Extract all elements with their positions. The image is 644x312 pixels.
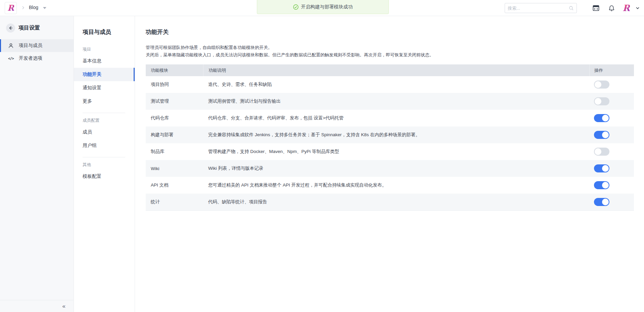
column-header: 功能说明: [203, 64, 589, 76]
nav-item[interactable]: 通知设置: [74, 81, 135, 95]
project-dropdown-caret-icon[interactable]: [43, 7, 46, 9]
feature-module-name: 构建与部署: [146, 132, 203, 138]
feature-module-name: 测试管理: [146, 98, 203, 104]
workbench-icon[interactable]: [592, 4, 600, 12]
feature-row: 制品库管理构建产物，支持 Docker、Maven、Npm、PyPi 等制品库类…: [146, 143, 634, 160]
feature-toggle[interactable]: [594, 181, 609, 189]
description-line: 关闭后，菜单将隐藏功能模块入口，成员无法访问该模块和数据。但已产生的数据或已配置…: [146, 51, 634, 59]
feature-row: 项目协同迭代、史诗、需求、任务和缺陷: [146, 76, 634, 93]
feature-description: 您可通过精美的 API 文档来推动整个 API 开发过程，并可配合持续集成实现自…: [203, 182, 589, 188]
nav-item[interactable]: 更多: [74, 95, 135, 108]
feature-module-name: 项目协同: [146, 82, 203, 88]
feature-module-name: 统计: [146, 199, 203, 205]
user-menu-chevron-icon[interactable]: [633, 4, 642, 12]
notifications-bell-icon[interactable]: [607, 4, 616, 12]
feature-toggle[interactable]: [594, 97, 609, 105]
feature-row: 代码仓库代码仓库、分支、合并请求、代码评审、发布，包括 设置>代码托管: [146, 110, 634, 126]
nav-section-label: 其他: [74, 157, 135, 170]
global-search[interactable]: [505, 3, 577, 13]
settings-nav-panel: 项目与成员 项目基本信息功能开关通知设置更多成员配置成员用户组其他模板配置: [74, 16, 135, 312]
feature-row: API 文档您可通过精美的 API 文档来推动整个 API 开发过程，并可配合持…: [146, 177, 634, 194]
top-bar: R Blog 开启构建与部署模块成功 R: [0, 0, 644, 16]
toggle-knob: [595, 81, 601, 88]
user-avatar[interactable]: R: [621, 4, 631, 12]
toggle-knob: [595, 148, 601, 155]
feature-row: 测试管理测试用例管理、测试计划与报告输出: [146, 93, 634, 110]
toast-message: 开启构建与部署模块成功: [301, 4, 353, 10]
sidebar-item-project-members[interactable]: 项目与成员: [0, 39, 74, 52]
back-button[interactable]: [6, 23, 15, 33]
feature-module-name: Wiki: [146, 166, 203, 171]
page-description: 管理员可根据团队协作场景，自由组织和配置各功能模块的开关。关闭后，菜单将隐藏功能…: [146, 44, 634, 59]
nav-item[interactable]: 基本信息: [74, 54, 135, 68]
sidebar-item-label: 开发者选项: [19, 55, 42, 61]
nav-item[interactable]: 用户组: [74, 139, 135, 152]
app-logo[interactable]: R: [5, 2, 17, 14]
nav-section-label: 成员配置: [74, 113, 135, 125]
sidebar-item-label: 项目与成员: [19, 43, 42, 49]
feature-actions-cell: [589, 164, 634, 172]
feature-actions-cell: [589, 148, 634, 156]
sidebar-footer: «: [0, 300, 74, 312]
feature-description: Wiki 列表，详情与版本记录: [203, 165, 589, 171]
toggle-knob: [602, 182, 609, 189]
toggle-knob: [602, 199, 609, 205]
sidebar-title: 项目设置: [18, 24, 40, 32]
page-title: 功能开关: [146, 28, 634, 36]
feature-module-name: 代码仓库: [146, 115, 203, 121]
nav-section-label: 项目: [74, 42, 135, 54]
column-header: 操作: [589, 64, 634, 76]
toggle-knob: [602, 115, 609, 121]
feature-description: 完全兼容持续集成软件 Jenkins，支持多任务并发；基于 Spinnaker，…: [203, 132, 589, 138]
feature-toggle[interactable]: [594, 114, 609, 122]
feature-switch-page: 功能开关 管理员可根据团队协作场景，自由组织和配置各功能模块的开关。关闭后，菜单…: [135, 16, 644, 312]
feature-row: 构建与部署完全兼容持续集成软件 Jenkins，支持多任务并发；基于 Spinn…: [146, 126, 634, 143]
logo-letter: R: [7, 4, 14, 12]
feature-description: 迭代、史诗、需求、任务和缺陷: [203, 82, 589, 88]
search-input[interactable]: [508, 6, 569, 11]
settings-nav-title: 项目与成员: [74, 16, 135, 42]
feature-toggle[interactable]: [594, 81, 609, 89]
toggle-knob: [602, 132, 609, 138]
feature-toggle[interactable]: [594, 198, 609, 206]
person-icon: [8, 43, 14, 49]
feature-actions-cell: [589, 114, 634, 122]
feature-table-header: 功能模块功能说明操作: [146, 64, 634, 76]
feature-description: 管理构建产物，支持 Docker、Maven、Npm、PyPi 等制品库类型: [203, 149, 589, 155]
success-toast: 开启构建与部署模块成功: [257, 0, 389, 14]
code-icon: </>: [8, 56, 14, 61]
avatar-letter: R: [623, 4, 630, 12]
feature-table: 功能模块功能说明操作 项目协同迭代、史诗、需求、任务和缺陷测试管理测试用例管理、…: [146, 64, 634, 211]
feature-toggle[interactable]: [594, 148, 609, 156]
feature-toggle[interactable]: [594, 164, 609, 172]
breadcrumb-project[interactable]: Blog: [29, 5, 38, 10]
feature-actions-cell: [589, 131, 634, 139]
feature-actions-cell: [589, 198, 634, 206]
success-check-icon: [293, 4, 298, 10]
feature-actions-cell: [589, 181, 634, 189]
feature-description: 测试用例管理、测试计划与报告输出: [203, 98, 589, 104]
description-line: 管理员可根据团队协作场景，自由组织和配置各功能模块的开关。: [146, 44, 634, 51]
sidebar-item-developer-options[interactable]: </>开发者选项: [0, 52, 74, 65]
feature-row: 统计代码、缺陷等统计、项目报告: [146, 194, 634, 210]
feature-description: 代码仓库、分支、合并请求、代码评审、发布，包括 设置>代码托管: [203, 115, 589, 121]
feature-description: 代码、缺陷等统计、项目报告: [203, 199, 589, 205]
project-settings-sidebar: 项目设置 项目与成员</>开发者选项 «: [0, 16, 74, 312]
search-icon[interactable]: [569, 6, 574, 11]
feature-row: WikiWiki 列表，详情与版本记录: [146, 160, 634, 177]
feature-toggle[interactable]: [594, 131, 609, 139]
feature-module-name: API 文档: [146, 182, 203, 188]
feature-actions-cell: [589, 97, 634, 105]
collapse-sidebar-button[interactable]: «: [62, 303, 65, 309]
toggle-knob: [595, 98, 601, 105]
feature-module-name: 制品库: [146, 149, 203, 155]
nav-item[interactable]: 成员: [74, 125, 135, 139]
nav-item[interactable]: 模板配置: [74, 170, 135, 183]
nav-item[interactable]: 功能开关: [74, 68, 135, 81]
column-header: 功能模块: [146, 64, 203, 76]
breadcrumb-chevron-icon: [21, 5, 26, 10]
feature-actions-cell: [589, 81, 634, 89]
toggle-knob: [602, 165, 609, 172]
